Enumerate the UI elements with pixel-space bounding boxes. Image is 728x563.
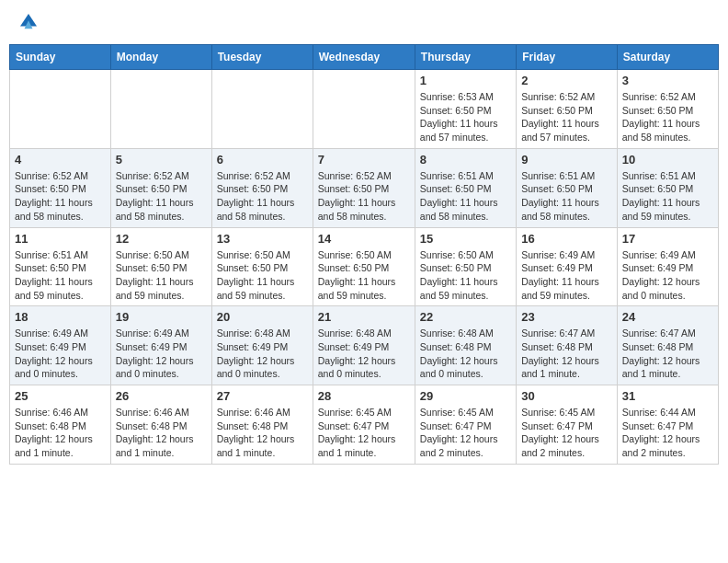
day-number: 2 [521,74,612,87]
calendar-cell: 3Sunrise: 6:52 AMSunset: 6:50 PMDaylight… [617,70,718,149]
day-number: 13 [217,232,308,246]
calendar-cell: 30Sunrise: 6:45 AMSunset: 6:47 PMDayligh… [517,385,618,465]
day-info: Sunrise: 6:44 AMSunset: 6:47 PMDaylight:… [622,406,713,460]
day-number: 10 [622,153,713,167]
calendar-cell [313,70,415,149]
calendar-cell: 13Sunrise: 6:50 AMSunset: 6:50 PMDayligh… [211,227,313,306]
calendar-cell: 9Sunrise: 6:51 AMSunset: 6:50 PMDaylight… [517,148,618,227]
col-header-saturday: Saturday [617,45,718,70]
calendar-cell: 5Sunrise: 6:52 AMSunset: 6:50 PMDaylight… [110,148,211,227]
calendar-cell: 18Sunrise: 6:49 AMSunset: 6:49 PMDayligh… [10,306,111,385]
day-info: Sunrise: 6:49 AMSunset: 6:49 PMDaylight:… [622,248,713,303]
calendar-cell: 2Sunrise: 6:52 AMSunset: 6:50 PMDaylight… [517,70,618,149]
calendar-cell: 21Sunrise: 6:48 AMSunset: 6:49 PMDayligh… [313,306,415,385]
calendar-week-5: 25Sunrise: 6:46 AMSunset: 6:48 PMDayligh… [10,385,719,465]
day-info: Sunrise: 6:50 AMSunset: 6:50 PMDaylight:… [318,248,410,303]
calendar-cell: 12Sunrise: 6:50 AMSunset: 6:50 PMDayligh… [110,227,211,306]
day-info: Sunrise: 6:49 AMSunset: 6:49 PMDaylight:… [15,327,106,381]
logo [18,14,37,30]
day-info: Sunrise: 6:49 AMSunset: 6:49 PMDaylight:… [116,327,207,381]
day-number: 23 [521,310,612,324]
day-number: 11 [15,232,106,246]
calendar-cell: 11Sunrise: 6:51 AMSunset: 6:50 PMDayligh… [10,227,111,306]
day-info: Sunrise: 6:46 AMSunset: 6:48 PMDaylight:… [217,406,308,460]
day-info: Sunrise: 6:52 AMSunset: 6:50 PMDaylight:… [116,169,207,224]
day-number: 3 [622,74,713,87]
day-number: 18 [15,310,106,324]
calendar-cell: 28Sunrise: 6:45 AMSunset: 6:47 PMDayligh… [313,385,415,465]
day-info: Sunrise: 6:46 AMSunset: 6:48 PMDaylight:… [116,406,207,460]
calendar-cell: 6Sunrise: 6:52 AMSunset: 6:50 PMDaylight… [211,148,313,227]
page-header [9,9,719,35]
day-number: 28 [318,389,410,403]
day-info: Sunrise: 6:52 AMSunset: 6:50 PMDaylight:… [217,169,308,224]
day-info: Sunrise: 6:45 AMSunset: 6:47 PMDaylight:… [521,406,612,460]
day-info: Sunrise: 6:48 AMSunset: 6:48 PMDaylight:… [420,327,511,381]
day-info: Sunrise: 6:51 AMSunset: 6:50 PMDaylight:… [521,169,612,224]
col-header-friday: Friday [517,45,618,70]
calendar-week-4: 18Sunrise: 6:49 AMSunset: 6:49 PMDayligh… [10,306,719,385]
calendar-cell: 10Sunrise: 6:51 AMSunset: 6:50 PMDayligh… [617,148,718,227]
col-header-tuesday: Tuesday [211,45,313,70]
day-number: 12 [116,232,207,246]
day-info: Sunrise: 6:45 AMSunset: 6:47 PMDaylight:… [318,406,410,460]
calendar-cell: 29Sunrise: 6:45 AMSunset: 6:47 PMDayligh… [415,385,516,465]
day-number: 16 [521,232,612,246]
calendar-cell: 4Sunrise: 6:52 AMSunset: 6:50 PMDaylight… [10,148,111,227]
day-info: Sunrise: 6:50 AMSunset: 6:50 PMDaylight:… [217,248,308,303]
day-number: 14 [318,232,410,246]
calendar-cell: 19Sunrise: 6:49 AMSunset: 6:49 PMDayligh… [110,306,211,385]
day-number: 21 [318,310,410,324]
day-info: Sunrise: 6:52 AMSunset: 6:50 PMDaylight:… [318,169,410,224]
day-number: 1 [420,74,511,87]
calendar-cell: 23Sunrise: 6:47 AMSunset: 6:48 PMDayligh… [517,306,618,385]
day-info: Sunrise: 6:52 AMSunset: 6:50 PMDaylight:… [622,90,713,144]
day-info: Sunrise: 6:47 AMSunset: 6:48 PMDaylight:… [521,327,612,381]
day-number: 9 [521,153,612,167]
day-number: 7 [318,153,410,167]
day-number: 26 [116,389,207,403]
calendar-cell: 31Sunrise: 6:44 AMSunset: 6:47 PMDayligh… [617,385,718,465]
day-info: Sunrise: 6:47 AMSunset: 6:48 PMDaylight:… [622,327,713,381]
day-info: Sunrise: 6:50 AMSunset: 6:50 PMDaylight:… [116,248,207,303]
calendar-cell [10,70,111,149]
calendar-table: SundayMondayTuesdayWednesdayThursdayFrid… [9,44,719,465]
calendar-cell: 24Sunrise: 6:47 AMSunset: 6:48 PMDayligh… [617,306,718,385]
day-number: 29 [420,389,511,403]
day-number: 17 [622,232,713,246]
calendar-cell: 25Sunrise: 6:46 AMSunset: 6:48 PMDayligh… [10,385,111,465]
day-number: 19 [116,310,207,324]
day-number: 27 [217,389,308,403]
day-info: Sunrise: 6:51 AMSunset: 6:50 PMDaylight:… [15,248,106,303]
day-number: 15 [420,232,511,246]
calendar-week-2: 4Sunrise: 6:52 AMSunset: 6:50 PMDaylight… [10,148,719,227]
day-info: Sunrise: 6:48 AMSunset: 6:49 PMDaylight:… [217,327,308,381]
day-number: 6 [217,153,308,167]
calendar-cell: 27Sunrise: 6:46 AMSunset: 6:48 PMDayligh… [211,385,313,465]
calendar-cell: 17Sunrise: 6:49 AMSunset: 6:49 PMDayligh… [617,227,718,306]
day-info: Sunrise: 6:53 AMSunset: 6:50 PMDaylight:… [420,90,511,144]
day-number: 22 [420,310,511,324]
calendar-cell [110,70,211,149]
calendar-cell: 14Sunrise: 6:50 AMSunset: 6:50 PMDayligh… [313,227,415,306]
calendar-cell: 15Sunrise: 6:50 AMSunset: 6:50 PMDayligh… [415,227,516,306]
calendar-cell: 1Sunrise: 6:53 AMSunset: 6:50 PMDaylight… [415,70,516,149]
logo-icon [20,14,37,30]
calendar-cell: 16Sunrise: 6:49 AMSunset: 6:49 PMDayligh… [517,227,618,306]
day-number: 24 [622,310,713,324]
day-info: Sunrise: 6:48 AMSunset: 6:49 PMDaylight:… [318,327,410,381]
day-number: 5 [116,153,207,167]
calendar-week-3: 11Sunrise: 6:51 AMSunset: 6:50 PMDayligh… [10,227,719,306]
day-info: Sunrise: 6:46 AMSunset: 6:48 PMDaylight:… [15,406,106,460]
day-info: Sunrise: 6:51 AMSunset: 6:50 PMDaylight:… [420,169,511,224]
day-info: Sunrise: 6:50 AMSunset: 6:50 PMDaylight:… [420,248,511,303]
day-info: Sunrise: 6:45 AMSunset: 6:47 PMDaylight:… [420,406,511,460]
day-number: 8 [420,153,511,167]
calendar-cell [211,70,313,149]
col-header-wednesday: Wednesday [313,45,415,70]
day-info: Sunrise: 6:52 AMSunset: 6:50 PMDaylight:… [521,90,612,144]
day-info: Sunrise: 6:52 AMSunset: 6:50 PMDaylight:… [15,169,106,224]
col-header-thursday: Thursday [415,45,516,70]
calendar-cell: 22Sunrise: 6:48 AMSunset: 6:48 PMDayligh… [415,306,516,385]
day-number: 4 [15,153,106,167]
